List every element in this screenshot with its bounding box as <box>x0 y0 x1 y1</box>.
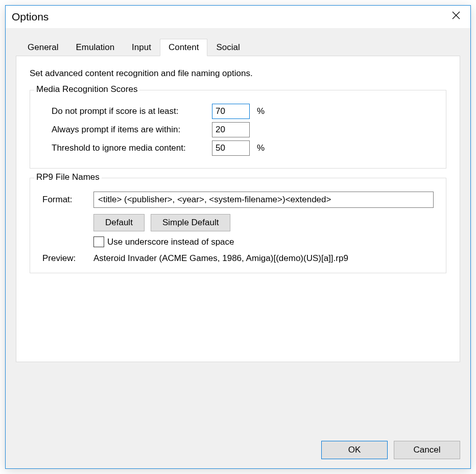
tab-emulation[interactable]: Emulation <box>67 39 123 56</box>
format-input[interactable] <box>93 192 434 208</box>
no-prompt-score-input[interactable] <box>212 104 250 119</box>
format-button-row: Default Simple Default <box>93 214 434 231</box>
threshold-ignore-unit: % <box>257 143 265 153</box>
underscore-label: Use underscore instead of space <box>107 237 234 247</box>
no-prompt-score-unit: % <box>257 106 265 116</box>
tab-content[interactable]: Content <box>160 39 208 56</box>
row-preview: Preview: Asteroid Invader (ACME Games, 1… <box>42 253 434 264</box>
close-icon <box>451 11 461 20</box>
preview-label: Preview: <box>42 253 93 264</box>
simple-default-button[interactable]: Simple Default <box>151 214 231 231</box>
tab-general[interactable]: General <box>19 39 67 56</box>
default-button[interactable]: Default <box>93 214 145 231</box>
tab-strip: General Emulation Input Content Social <box>19 38 460 56</box>
preview-value: Asteroid Invader (ACME Games, 1986, Amig… <box>93 253 348 264</box>
options-dialog: Options General Emulation Input Content … <box>5 5 471 469</box>
content-description: Set advanced content recognition and fil… <box>30 68 446 79</box>
threshold-ignore-input[interactable] <box>212 140 250 156</box>
titlebar: Options <box>6 6 470 28</box>
row-format: Format: <box>42 192 434 208</box>
threshold-ignore-label: Threshold to ignore media content: <box>42 143 212 153</box>
close-button[interactable] <box>446 8 466 23</box>
tab-social[interactable]: Social <box>207 39 248 56</box>
row-no-prompt-score: Do not prompt if score is at least: % <box>42 104 434 119</box>
ok-button[interactable]: OK <box>321 441 388 459</box>
no-prompt-score-label: Do not prompt if score is at least: <box>42 106 212 116</box>
always-prompt-input[interactable] <box>212 122 250 137</box>
tab-input[interactable]: Input <box>123 39 160 56</box>
row-always-prompt: Always prompt if items are within: <box>42 122 434 137</box>
cancel-button[interactable]: Cancel <box>394 441 460 459</box>
media-group-legend: Media Recognition Scores <box>34 84 139 94</box>
tab-panel-content: Set advanced content recognition and fil… <box>16 56 460 362</box>
format-label: Format: <box>42 195 93 205</box>
row-threshold-ignore: Threshold to ignore media content: % <box>42 140 434 156</box>
always-prompt-label: Always prompt if items are within: <box>42 125 212 135</box>
rp9-group-legend: RP9 File Names <box>34 172 102 182</box>
dialog-button-row: OK Cancel <box>321 441 460 459</box>
window-title: Options <box>12 11 49 23</box>
media-recognition-group: Media Recognition Scores Do not prompt i… <box>30 90 446 169</box>
row-underscore: Use underscore instead of space <box>93 236 434 247</box>
rp9-filenames-group: RP9 File Names Format: Default Simple De… <box>30 178 446 273</box>
underscore-checkbox[interactable] <box>93 236 104 247</box>
dialog-body: General Emulation Input Content Social S… <box>6 28 470 468</box>
